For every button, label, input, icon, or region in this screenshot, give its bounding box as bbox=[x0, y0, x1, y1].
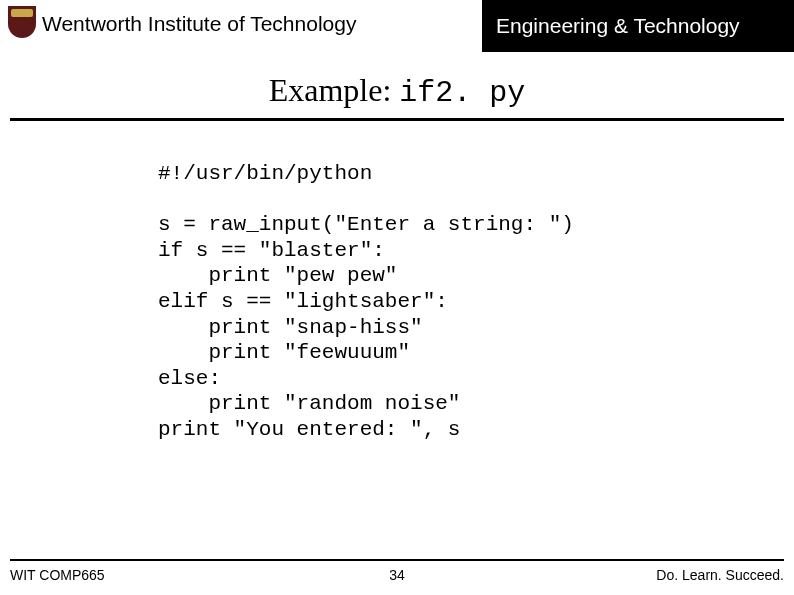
institution-name: Wentworth Institute of Technology bbox=[42, 6, 356, 36]
slide-title: Example: if2. py bbox=[10, 72, 784, 121]
institution-motto: Do. Learn. Succeed. bbox=[656, 567, 784, 583]
page-number: 34 bbox=[389, 567, 405, 583]
course-code: WIT COMP665 bbox=[10, 567, 105, 583]
code-shebang: #!/usr/bin/python bbox=[158, 162, 372, 185]
code-body: s = raw_input("Enter a string: ") if s =… bbox=[158, 213, 574, 441]
title-prefix: Example: bbox=[269, 72, 400, 108]
code-example: #!/usr/bin/python s = raw_input("Enter a… bbox=[158, 161, 794, 443]
institution-logo-icon bbox=[8, 6, 36, 38]
department-name: Engineering & Technology bbox=[482, 0, 794, 52]
slide-header: Wentworth Institute of Technology Engine… bbox=[0, 0, 794, 38]
slide-footer: WIT COMP665 34 Do. Learn. Succeed. bbox=[10, 559, 784, 583]
title-filename: if2. py bbox=[399, 76, 525, 110]
